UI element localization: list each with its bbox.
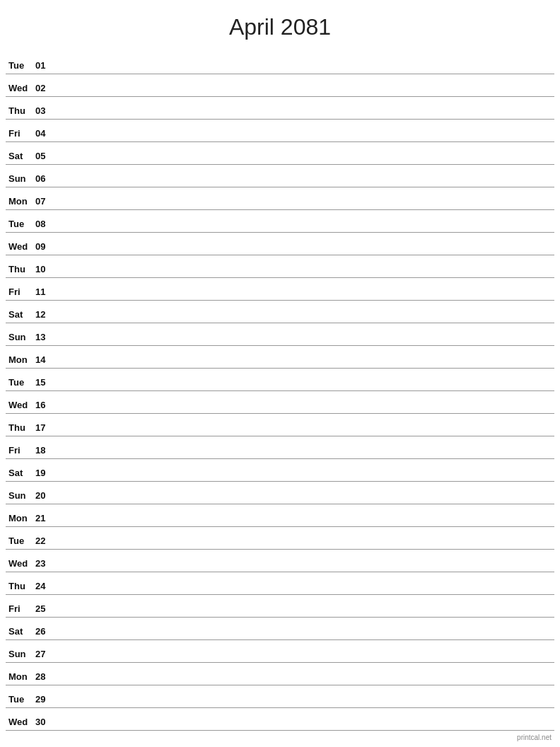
day-number: 02 (35, 83, 55, 96)
day-number: 16 (35, 400, 55, 413)
day-row: Wed30 (6, 708, 554, 731)
day-number: 07 (35, 196, 55, 209)
day-name: Mon (8, 354, 35, 368)
day-number: 14 (35, 354, 55, 368)
day-row: Tue15 (6, 369, 554, 391)
day-number: 23 (35, 558, 55, 572)
day-number: 21 (35, 513, 55, 526)
day-row: Sun20 (6, 482, 554, 504)
day-row: Mon28 (6, 663, 554, 685)
day-row: Tue08 (6, 210, 554, 233)
day-number: 18 (35, 445, 55, 458)
day-name: Fri (8, 128, 35, 141)
footer-credit: printcal.net (517, 734, 552, 741)
day-number: 09 (35, 241, 55, 255)
day-name: Mon (8, 513, 35, 526)
calendar-list: Tue01Wed02Thu03Fri04Sat05Sun06Mon07Tue08… (0, 52, 560, 731)
day-name: Sun (8, 649, 35, 662)
day-row: Wed23 (6, 550, 554, 572)
day-number: 13 (35, 332, 55, 345)
day-row: Sun13 (6, 323, 554, 346)
day-number: 26 (35, 626, 55, 639)
day-row: Thu24 (6, 572, 554, 595)
day-row: Fri04 (6, 120, 554, 142)
day-name: Wed (8, 241, 35, 255)
day-row: Thu17 (6, 414, 554, 436)
day-row: Wed02 (6, 74, 554, 97)
day-name: Wed (8, 83, 35, 96)
day-row: Sat12 (6, 301, 554, 323)
day-number: 11 (35, 286, 55, 300)
day-number: 06 (35, 173, 55, 187)
day-number: 25 (35, 603, 55, 617)
day-row: Wed16 (6, 391, 554, 414)
day-name: Sun (8, 173, 35, 187)
day-name: Tue (8, 694, 35, 707)
day-row: Sat05 (6, 142, 554, 165)
day-name: Sun (8, 332, 35, 345)
day-name: Fri (8, 603, 35, 617)
day-name: Thu (8, 422, 35, 436)
day-number: 05 (35, 151, 55, 164)
page-title: April 2081 (0, 0, 560, 52)
day-number: 12 (35, 309, 55, 323)
day-name: Wed (8, 400, 35, 413)
day-row: Tue29 (6, 685, 554, 708)
day-number: 03 (35, 105, 55, 119)
day-number: 08 (35, 219, 55, 232)
day-row: Fri25 (6, 595, 554, 618)
day-name: Sat (8, 468, 35, 481)
day-row: Tue22 (6, 527, 554, 550)
day-number: 30 (35, 717, 55, 730)
day-row: Sat26 (6, 618, 554, 640)
day-row: Sun27 (6, 640, 554, 663)
day-number: 20 (35, 490, 55, 504)
day-number: 10 (35, 264, 55, 277)
day-number: 19 (35, 468, 55, 481)
day-number: 01 (35, 60, 55, 74)
day-number: 24 (35, 581, 55, 594)
day-name: Tue (8, 535, 35, 549)
day-number: 04 (35, 128, 55, 141)
day-number: 22 (35, 535, 55, 549)
day-name: Sat (8, 309, 35, 323)
day-name: Thu (8, 581, 35, 594)
day-name: Fri (8, 286, 35, 300)
day-row: Mon07 (6, 187, 554, 210)
day-name: Mon (8, 671, 35, 685)
day-name: Tue (8, 219, 35, 232)
day-row: Fri11 (6, 278, 554, 301)
day-row: Mon14 (6, 346, 554, 369)
day-name: Wed (8, 717, 35, 730)
day-row: Thu10 (6, 255, 554, 278)
day-number: 17 (35, 422, 55, 436)
day-number: 28 (35, 671, 55, 685)
day-name: Tue (8, 60, 35, 74)
day-number: 29 (35, 694, 55, 707)
day-row: Mon21 (6, 504, 554, 527)
day-name: Tue (8, 377, 35, 390)
day-name: Sun (8, 490, 35, 504)
day-name: Mon (8, 196, 35, 209)
day-row: Thu03 (6, 97, 554, 120)
day-row: Wed09 (6, 233, 554, 255)
day-name: Fri (8, 445, 35, 458)
day-number: 27 (35, 649, 55, 662)
day-row: Tue01 (6, 52, 554, 74)
day-number: 15 (35, 377, 55, 390)
day-name: Thu (8, 105, 35, 119)
day-row: Fri18 (6, 436, 554, 459)
day-name: Thu (8, 264, 35, 277)
day-name: Sat (8, 626, 35, 639)
day-row: Sun06 (6, 165, 554, 187)
day-name: Wed (8, 558, 35, 572)
day-name: Sat (8, 151, 35, 164)
day-row: Sat19 (6, 459, 554, 482)
